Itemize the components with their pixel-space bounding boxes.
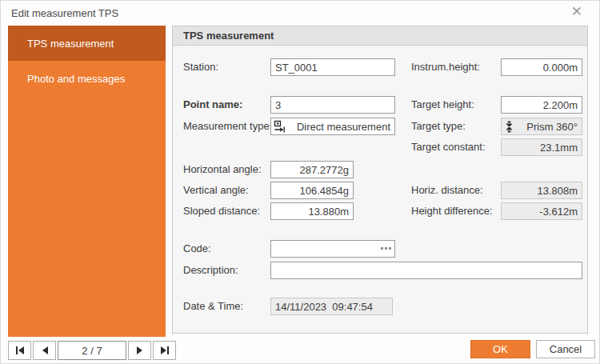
point-name-input[interactable] (270, 96, 395, 114)
first-record-button[interactable] (8, 341, 31, 360)
instrum-height-label: Instrum.height: (411, 58, 480, 76)
measurement-type-label: Measurement type: (183, 118, 272, 135)
height-difference-value: -3.612m (539, 206, 578, 218)
target-type-field: Prism 360° (501, 118, 582, 135)
horiz-distance-field: 13.808m (501, 182, 582, 199)
measurement-type-field[interactable]: Direct measurement (270, 118, 395, 135)
code-label: Code: (183, 240, 211, 258)
horizontal-angle-input[interactable] (270, 161, 354, 178)
station-input[interactable] (270, 58, 395, 76)
next-record-icon (135, 346, 145, 355)
next-record-button[interactable] (128, 341, 151, 360)
horizontal-angle-label: Horizontal angle: (183, 161, 262, 178)
measurement-type-value: Direct measurement (286, 121, 390, 133)
point-name-label: Point name: (183, 96, 242, 114)
station-label: Station: (183, 58, 218, 76)
target-type-label: Target type: (411, 118, 466, 135)
ok-button[interactable]: OK (470, 340, 530, 358)
description-label: Description: (183, 262, 238, 279)
code-browse-button[interactable] (381, 247, 391, 250)
record-pager: 2 / 7 (8, 341, 178, 360)
close-icon[interactable]: ✕ (571, 5, 582, 18)
target-constant-field: 23.1mm (501, 138, 582, 156)
vertical-angle-label: Vertical angle: (183, 182, 249, 199)
code-field (270, 240, 395, 258)
instrum-height-input[interactable] (501, 58, 582, 76)
cancel-button[interactable]: Cancel (536, 340, 595, 358)
last-record-button[interactable] (153, 341, 176, 360)
datetime-label: Date & Time: (183, 298, 243, 315)
vertical-angle-input[interactable] (270, 182, 354, 199)
last-record-icon (160, 346, 170, 355)
sidebar-item-label: Photo and messages (27, 73, 125, 85)
horiz-distance-label: Horiz. distance: (411, 182, 483, 199)
code-input[interactable] (270, 240, 395, 258)
sloped-distance-label: Sloped distance: (183, 202, 260, 220)
previous-record-icon (40, 346, 50, 355)
sloped-distance-input[interactable] (270, 202, 354, 220)
sidebar: TPS measurement Photo and messages (8, 26, 166, 337)
height-difference-label: Height difference: (411, 202, 493, 220)
target-height-input[interactable] (501, 96, 582, 114)
panel-title: TPS measurement (173, 26, 587, 46)
target-height-label: Target height: (411, 96, 474, 114)
sidebar-item-photo-and-messages[interactable]: Photo and messages (8, 61, 166, 96)
horiz-distance-value: 13.808m (537, 185, 578, 197)
datetime-value: 14/11/2023 09:47:54 (275, 301, 373, 313)
datetime-field: 14/11/2023 09:47:54 (270, 298, 393, 315)
target-constant-label: Target constant: (411, 138, 486, 156)
tps-measurement-panel: TPS measurement Station: Instrum.height:… (172, 26, 588, 334)
prism-360-icon (504, 121, 514, 133)
previous-record-button[interactable] (33, 341, 56, 360)
target-type-value: Prism 360° (514, 121, 578, 133)
target-constant-value: 23.1mm (540, 142, 578, 154)
record-counter[interactable]: 2 / 7 (58, 341, 126, 360)
sidebar-item-tps-measurement[interactable]: TPS measurement (8, 26, 166, 61)
dialog-title: Edit measurement TPS (11, 7, 118, 19)
height-difference-field: -3.612m (501, 202, 582, 220)
sidebar-item-label: TPS measurement (27, 38, 114, 50)
first-record-icon (15, 346, 25, 355)
direct-measurement-icon (274, 120, 286, 133)
description-input[interactable] (270, 262, 582, 279)
